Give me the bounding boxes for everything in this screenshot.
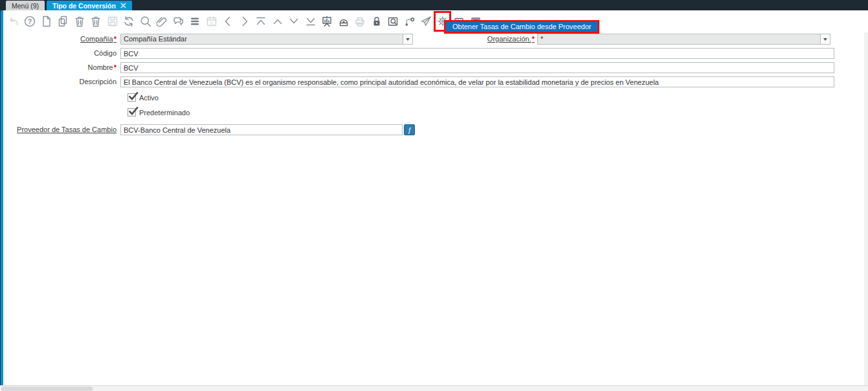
activo-checkbox-row: Activo xyxy=(128,93,159,102)
process-gear-icon[interactable]: Obtener Tasas de Cambio desde Proveedor xyxy=(436,13,449,30)
delete-selection-icon[interactable] xyxy=(89,13,103,30)
tab-menu[interactable]: Menú (9) xyxy=(6,1,45,10)
organizacion-combobox[interactable]: * xyxy=(537,34,830,45)
proveedor-label[interactable]: Proveedor de Tasas de Cambio xyxy=(0,126,117,133)
required-mark: * xyxy=(114,63,117,71)
tab-tipo-de-conversion[interactable]: Tipo de Conversión xyxy=(47,1,132,10)
organizacion-value: * xyxy=(538,34,820,44)
row-codigo: Código xyxy=(0,48,868,60)
tab-tipo-de-conversion-label: Tipo de Conversión xyxy=(52,2,116,10)
down-record-icon[interactable] xyxy=(287,13,301,30)
predeterminado-checkbox[interactable] xyxy=(128,108,136,117)
send-mail-icon[interactable] xyxy=(419,13,433,30)
archive-icon[interactable] xyxy=(337,13,350,30)
attachment-icon[interactable] xyxy=(155,13,169,30)
compania-label[interactable]: Compañía* xyxy=(0,35,117,43)
first-record-icon[interactable] xyxy=(254,13,268,30)
required-mark: * xyxy=(532,35,535,43)
codigo-input[interactable] xyxy=(120,48,834,59)
search-icon[interactable] xyxy=(139,13,152,30)
nombre-input[interactable] xyxy=(120,62,834,73)
record-info-icon[interactable] xyxy=(386,13,400,30)
row-nombre: Nombre* xyxy=(0,62,868,74)
menu-lines-icon[interactable] xyxy=(188,13,202,30)
activo-label: Activo xyxy=(139,94,159,102)
undo-icon[interactable] xyxy=(6,13,20,30)
next-record-icon[interactable] xyxy=(238,13,251,30)
required-mark: * xyxy=(114,35,117,43)
tab-bar: Menú (9) Tipo de Conversión xyxy=(0,0,868,10)
copy-record-icon[interactable] xyxy=(56,13,70,30)
west-panel-splitter[interactable] xyxy=(0,10,3,385)
zoom-glyph-icon: ƒ xyxy=(407,126,411,134)
compania-value: Compañía Estándar xyxy=(121,34,403,44)
proveedor-input[interactable] xyxy=(120,124,403,135)
save-icon[interactable] xyxy=(106,13,119,30)
compania-dropdown-icon[interactable] xyxy=(403,34,412,44)
row-descripcion: Descripción xyxy=(0,76,868,88)
print-icon[interactable] xyxy=(353,13,367,30)
descripcion-label: Descripción xyxy=(0,78,117,85)
horizontal-scrollbar[interactable] xyxy=(0,385,868,391)
predeterminado-label: Predeterminado xyxy=(139,109,190,117)
delete-record-icon[interactable] xyxy=(72,13,86,30)
svg-text:?: ? xyxy=(28,17,32,25)
row-compania-organizacion: Compañía* Compañía Estándar Organización… xyxy=(0,34,868,45)
svg-text:31: 31 xyxy=(209,21,214,25)
calendar-icon[interactable]: 31 xyxy=(205,13,218,30)
workflow-icon[interactable] xyxy=(403,13,416,30)
codigo-label: Código xyxy=(0,49,117,57)
last-record-icon[interactable] xyxy=(304,13,317,30)
application-window: Menú (9) Tipo de Conversión ? xyxy=(0,0,868,391)
predeterminado-checkbox-row: Predeterminado xyxy=(128,108,190,117)
activo-checkbox[interactable] xyxy=(128,93,136,102)
organizacion-dropdown-icon[interactable] xyxy=(820,34,830,44)
row-proveedor: Proveedor de Tasas de Cambio ƒ xyxy=(0,124,868,136)
previous-record-icon[interactable] xyxy=(221,13,235,30)
proveedor-zoom-button[interactable]: ƒ xyxy=(404,124,415,135)
tab-menu-label: Menú (9) xyxy=(12,2,39,10)
organizacion-label[interactable]: Organización.* xyxy=(418,35,535,43)
up-record-icon[interactable] xyxy=(271,13,284,30)
help-icon[interactable]: ? xyxy=(23,13,37,30)
descripcion-input[interactable] xyxy=(120,76,834,87)
vertical-scrollbar[interactable] xyxy=(864,32,868,385)
process-tooltip[interactable]: Obtener Tasas de Cambio desde Proveedor xyxy=(444,20,599,34)
new-record-icon[interactable] xyxy=(39,13,53,30)
form-panel: Compañía* Compañía Estándar Organización… xyxy=(0,32,868,385)
refresh-icon[interactable] xyxy=(122,13,136,30)
report-icon[interactable] xyxy=(320,13,334,30)
chat-icon[interactable] xyxy=(172,13,185,30)
horizontal-scrollbar-thumb[interactable] xyxy=(1,386,93,391)
close-tab-icon[interactable] xyxy=(120,3,126,8)
compania-combobox[interactable]: Compañía Estándar xyxy=(120,34,413,45)
nombre-label: Nombre* xyxy=(0,63,117,71)
toolbar: ? 31 xyxy=(0,10,868,32)
lock-icon[interactable] xyxy=(370,13,383,30)
